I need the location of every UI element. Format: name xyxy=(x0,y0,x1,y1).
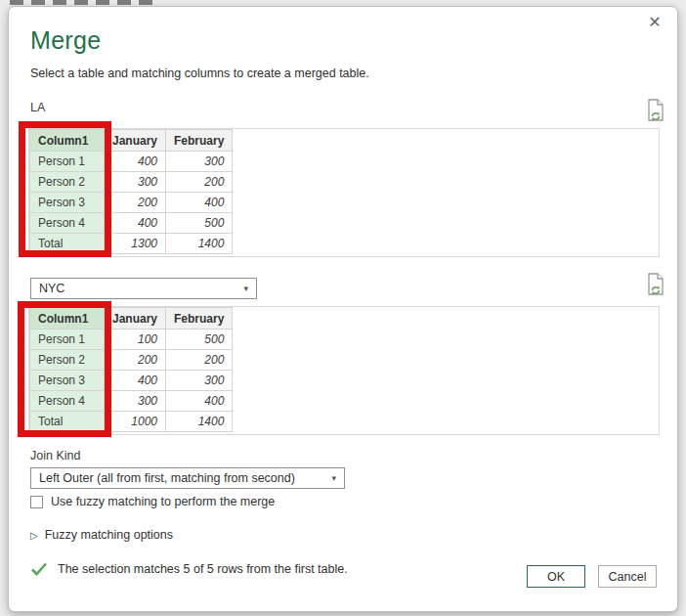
table-cell[interactable]: Person 3 xyxy=(30,371,105,391)
ok-button[interactable]: OK xyxy=(527,565,585,588)
dialog-title: Merge xyxy=(30,26,101,55)
table-cell[interactable]: 400 xyxy=(166,193,233,213)
table-row: Person 4 400 500 xyxy=(30,213,233,234)
chevron-down-icon: ▾ xyxy=(243,284,248,293)
table-row: Person 3 200 400 xyxy=(30,193,233,213)
table-row: Person 1 100 500 xyxy=(30,330,233,350)
table-cell[interactable]: 200 xyxy=(105,350,166,371)
table-row: Person 1 400 300 xyxy=(30,152,233,172)
table-row: Person 2 300 200 xyxy=(30,172,233,193)
table-cell[interactable]: 1400 xyxy=(166,234,233,254)
join-kind-label: Join Kind xyxy=(30,449,80,462)
table-cell[interactable]: Person 4 xyxy=(30,213,105,234)
table-cell[interactable]: 400 xyxy=(105,152,166,172)
table-row: Person 3 400 300 xyxy=(30,371,233,391)
table-cell[interactable]: 1300 xyxy=(105,234,166,254)
table-cell[interactable]: Total xyxy=(30,412,105,432)
table-cell[interactable]: 500 xyxy=(166,213,233,234)
table-row: Person 4 300 400 xyxy=(30,391,233,412)
table-cell[interactable]: 300 xyxy=(166,152,233,172)
table-cell[interactable]: Person 4 xyxy=(30,391,105,412)
column-header-column1[interactable]: Column1 xyxy=(30,130,105,152)
table-cell[interactable]: Person 2 xyxy=(30,350,105,371)
table-cell[interactable]: 100 xyxy=(105,330,166,350)
close-icon[interactable]: ✕ xyxy=(642,11,667,34)
second-table-selector-value: NYC xyxy=(39,282,64,295)
table-row: Person 2 200 200 xyxy=(30,350,233,371)
join-kind-dropdown[interactable]: Left Outer (all from first, matching fro… xyxy=(30,467,345,489)
table-cell[interactable]: 300 xyxy=(105,172,166,193)
table-cell[interactable]: 300 xyxy=(105,391,166,412)
table-cell[interactable]: 500 xyxy=(166,330,233,350)
table-cell[interactable]: Person 1 xyxy=(30,330,105,350)
table-cell[interactable]: Person 3 xyxy=(30,193,105,213)
table-row: Total 1000 1400 xyxy=(30,412,233,432)
second-table-preview: Column1 January February Person 1 100 50… xyxy=(28,306,660,435)
status-row: The selection matches 5 of 5 rows from t… xyxy=(30,561,348,577)
table-header-row: Column1 January February xyxy=(30,130,233,152)
table-cell[interactable]: 400 xyxy=(166,391,233,412)
table-cell[interactable]: 400 xyxy=(105,213,166,234)
merge-dialog: ✕ Merge Select a table and matching colu… xyxy=(8,6,678,612)
cancel-button[interactable]: Cancel xyxy=(598,565,657,588)
column-header-february[interactable]: February xyxy=(166,308,233,330)
table-cell[interactable]: 1400 xyxy=(166,412,233,432)
fuzzy-matching-checkbox-row: Use fuzzy matching to perform the merge xyxy=(30,495,275,508)
expander-collapsed-icon: ▷ xyxy=(30,530,38,541)
table-cell[interactable]: Person 2 xyxy=(30,172,105,193)
table-cell[interactable]: 200 xyxy=(166,172,233,193)
status-message: The selection matches 5 of 5 rows from t… xyxy=(58,562,348,576)
table-cell[interactable]: 200 xyxy=(166,350,233,371)
column-header-january[interactable]: January xyxy=(105,308,166,330)
second-table: Column1 January February Person 1 100 50… xyxy=(29,307,233,432)
table-cell[interactable]: 1000 xyxy=(105,412,166,432)
fuzzy-matching-checkbox[interactable] xyxy=(30,496,43,508)
checkmark-icon xyxy=(30,561,48,577)
column-header-february[interactable]: February xyxy=(166,130,233,152)
column-header-january[interactable]: January xyxy=(105,130,166,152)
table-cell[interactable]: 400 xyxy=(105,371,166,391)
fuzzy-options-expander[interactable]: ▷ Fuzzy matching options xyxy=(30,528,173,542)
fuzzy-options-label: Fuzzy matching options xyxy=(45,528,173,542)
first-table-label: LA xyxy=(30,101,45,114)
table-row: Total 1300 1400 xyxy=(30,234,233,254)
table-cell[interactable]: Person 1 xyxy=(30,152,105,172)
join-kind-selected-value: Left Outer (all from first, matching fro… xyxy=(39,471,295,485)
dialog-subtitle: Select a table and matching columns to c… xyxy=(30,66,369,80)
table-cell[interactable]: 200 xyxy=(105,193,166,213)
fuzzy-matching-checkbox-label[interactable]: Use fuzzy matching to perform the merge xyxy=(51,495,275,508)
table-header-row: Column1 January February xyxy=(30,308,233,330)
column-header-column1[interactable]: Column1 xyxy=(30,308,105,330)
first-table-preview: Column1 January February Person 1 400 30… xyxy=(28,128,660,257)
first-table: Column1 January February Person 1 400 30… xyxy=(29,129,233,254)
table-cell[interactable]: 300 xyxy=(166,371,233,391)
second-table-selector[interactable]: NYC ▾ xyxy=(30,278,257,299)
background-window-text xyxy=(10,0,156,5)
table-cell[interactable]: Total xyxy=(30,234,105,254)
refresh-preview-icon[interactable] xyxy=(646,99,665,124)
refresh-preview-icon[interactable] xyxy=(646,273,665,298)
chevron-down-icon: ▾ xyxy=(331,473,336,483)
